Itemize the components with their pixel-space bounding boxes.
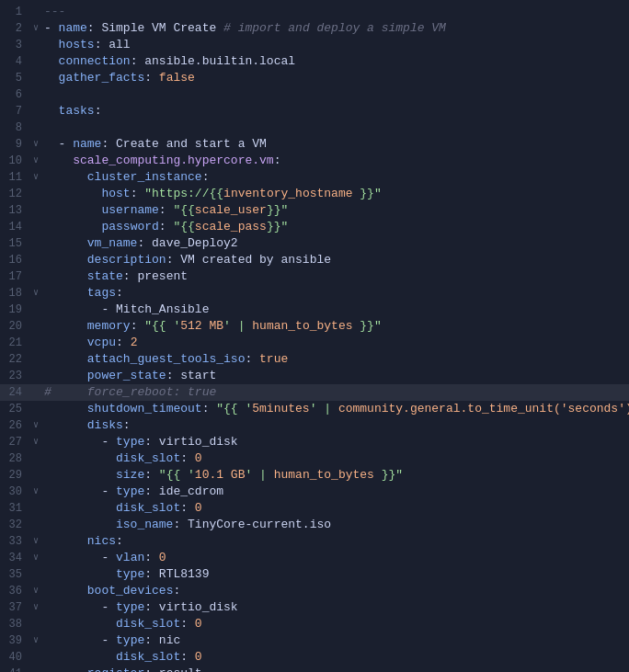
line-num-21: 21 <box>0 335 29 351</box>
fold-2[interactable]: ∨ <box>29 20 42 37</box>
line-num-16: 16 <box>0 252 29 268</box>
fold-18[interactable]: ∨ <box>29 285 42 302</box>
fold-22 <box>29 351 42 368</box>
line-num-18: 18 <box>0 285 29 302</box>
line-content-26: disks: <box>42 417 629 434</box>
line-num-26: 26 <box>0 417 29 434</box>
line-18: 18 ∨ tags: <box>0 285 629 302</box>
fold-29 <box>29 467 42 484</box>
fold-36[interactable]: ∨ <box>29 583 42 599</box>
line-num-30: 30 <box>0 484 29 500</box>
line-num-41: 41 <box>0 666 29 672</box>
line-content-24: # force_reboot: true <box>42 384 629 401</box>
line-33: 33 ∨ nics: <box>0 533 629 550</box>
line-num-37: 37 <box>0 599 29 616</box>
line-content-35: type: RTL8139 <box>42 566 629 583</box>
line-content-25: shutdown_timeout: "{{ '5minutes' | commu… <box>42 401 629 417</box>
line-content-1: --- <box>42 4 629 20</box>
fold-3 <box>29 37 42 53</box>
fold-27[interactable]: ∨ <box>29 434 42 450</box>
line-content-2: - name: Simple VM Create # import and de… <box>42 20 629 37</box>
line-content-12: host: "https://{{inventory_hostname }}" <box>42 186 629 202</box>
line-41: 41 register: result <box>0 666 629 672</box>
line-num-1: 1 <box>0 4 29 20</box>
line-38: 38 disk_slot: 0 <box>0 616 629 632</box>
line-17: 17 state: present <box>0 268 629 285</box>
line-9: 9 ∨ - name: Create and start a VM <box>0 136 629 153</box>
line-8: 8 <box>0 120 629 136</box>
fold-1 <box>29 4 42 20</box>
fold-28 <box>29 450 42 467</box>
line-content-34: - vlan: 0 <box>42 550 629 566</box>
line-content-18: tags: <box>42 285 629 302</box>
line-content-20: memory: "{{ '512 MB' | human_to_bytes }}… <box>42 318 629 335</box>
line-num-29: 29 <box>0 467 29 484</box>
line-21: 21 vcpu: 2 <box>0 335 629 351</box>
fold-5 <box>29 70 42 86</box>
line-content-27: - type: virtio_disk <box>42 434 629 450</box>
line-content-41: register: result <box>42 666 629 672</box>
fold-9[interactable]: ∨ <box>29 136 42 153</box>
fold-8 <box>29 120 42 136</box>
fold-39[interactable]: ∨ <box>29 632 42 649</box>
fold-21 <box>29 335 42 351</box>
line-num-11: 11 <box>0 169 29 186</box>
line-num-2: 2 <box>0 20 29 37</box>
line-6: 6 <box>0 86 629 103</box>
fold-7 <box>29 103 42 120</box>
fold-40 <box>29 649 42 666</box>
line-content-15: vm_name: dave_Deploy2 <box>42 235 629 252</box>
fold-6 <box>29 86 42 103</box>
line-13: 13 username: "{{scale_user}}" <box>0 202 629 219</box>
fold-23 <box>29 368 42 384</box>
line-num-34: 34 <box>0 550 29 566</box>
line-content-19: - Mitch_Ansible <box>42 302 629 318</box>
line-num-31: 31 <box>0 500 29 517</box>
line-content-10: scale_computing.hypercore.vm: <box>42 153 629 169</box>
fold-20 <box>29 318 42 335</box>
line-content-3: hosts: all <box>42 37 629 53</box>
line-22: 22 attach_guest_tools_iso: true <box>0 351 629 368</box>
fold-11[interactable]: ∨ <box>29 169 42 186</box>
line-14: 14 password: "{{scale_pass}}" <box>0 219 629 235</box>
line-num-9: 9 <box>0 136 29 153</box>
fold-33[interactable]: ∨ <box>29 533 42 550</box>
line-25: 25 shutdown_timeout: "{{ '5minutes' | co… <box>0 401 629 417</box>
code-editor: 1 --- 2 ∨ - name: Simple VM Create # imp… <box>0 0 629 672</box>
line-num-8: 8 <box>0 120 29 136</box>
line-content-17: state: present <box>42 268 629 285</box>
fold-34[interactable]: ∨ <box>29 550 42 566</box>
line-4: 4 connection: ansible.builtin.local <box>0 53 629 70</box>
line-content-32: iso_name: TinyCore-current.iso <box>42 517 629 533</box>
fold-30[interactable]: ∨ <box>29 484 42 500</box>
line-num-38: 38 <box>0 616 29 632</box>
fold-26[interactable]: ∨ <box>29 417 42 434</box>
line-29: 29 size: "{{ '10.1 GB' | human_to_bytes … <box>0 467 629 484</box>
fold-37[interactable]: ∨ <box>29 599 42 616</box>
line-num-17: 17 <box>0 268 29 285</box>
line-num-28: 28 <box>0 450 29 467</box>
line-num-35: 35 <box>0 566 29 583</box>
line-10: 10 ∨ scale_computing.hypercore.vm: <box>0 153 629 169</box>
fold-38 <box>29 616 42 632</box>
line-num-32: 32 <box>0 517 29 533</box>
line-content-37: - type: virtio_disk <box>42 599 629 616</box>
line-content-14: password: "{{scale_pass}}" <box>42 219 629 235</box>
line-39: 39 ∨ - type: nic <box>0 632 629 649</box>
line-content-4: connection: ansible.builtin.local <box>42 53 629 70</box>
fold-10[interactable]: ∨ <box>29 153 42 169</box>
line-num-12: 12 <box>0 186 29 202</box>
line-40: 40 disk_slot: 0 <box>0 649 629 666</box>
line-content-22: attach_guest_tools_iso: true <box>42 351 629 368</box>
line-num-25: 25 <box>0 401 29 417</box>
line-content-16: description: VM created by ansible <box>42 252 629 268</box>
line-content-29: size: "{{ '10.1 GB' | human_to_bytes }}" <box>42 467 629 484</box>
line-20: 20 memory: "{{ '512 MB' | human_to_bytes… <box>0 318 629 335</box>
line-content-40: disk_slot: 0 <box>42 649 629 666</box>
line-content-9: - name: Create and start a VM <box>42 136 629 153</box>
line-content-11: cluster_instance: <box>42 169 629 186</box>
fold-41 <box>29 666 42 672</box>
fold-17 <box>29 268 42 285</box>
line-content-7: tasks: <box>42 103 629 120</box>
line-31: 31 disk_slot: 0 <box>0 500 629 517</box>
